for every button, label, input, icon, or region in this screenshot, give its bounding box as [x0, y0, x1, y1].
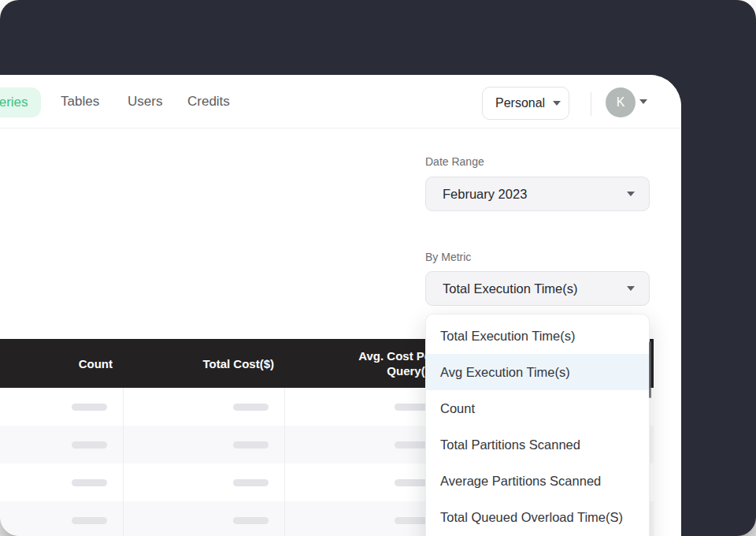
skeleton-bar — [72, 517, 107, 524]
dropdown-scrollbar[interactable] — [649, 341, 651, 398]
chevron-down-icon — [627, 192, 635, 196]
menu-item-average-partitions-scanned[interactable]: Average Partitions Scanned — [426, 463, 649, 499]
by-metric-label: By Metric — [425, 251, 471, 263]
by-metric-select[interactable]: Total Execution Time(s) — [425, 271, 650, 306]
chevron-down-icon — [627, 286, 635, 291]
date-range-select[interactable]: February 2023 — [425, 177, 650, 211]
chevron-down-icon — [553, 101, 561, 106]
tab-tables[interactable]: Tables — [61, 75, 99, 128]
cell-total-cost — [124, 426, 285, 463]
menu-item-total-execution-time[interactable]: Total Execution Time(s) — [426, 318, 649, 354]
top-nav: Queries Tables Users Credits Personal K — [0, 75, 681, 128]
skeleton-bar — [72, 441, 107, 449]
metric-dropdown-menu: Total Execution Time(s) Avg Execution Ti… — [425, 314, 650, 536]
menu-item-avg-execution-time[interactable]: Avg Execution Time(s) — [426, 354, 649, 390]
skeleton-bar — [233, 517, 269, 524]
cell-avg-cost — [285, 463, 447, 501]
cell-total-cost — [124, 501, 285, 536]
menu-item-count[interactable]: Count — [426, 390, 649, 426]
cell-total-cost — [124, 388, 285, 426]
date-range-label: Date Range — [425, 155, 484, 168]
cell-avg-cost — [285, 388, 447, 426]
cell-total-cost — [124, 463, 285, 501]
cell-count — [0, 426, 124, 463]
table-header-avg-cost-per-query: Avg. Cost Per Query($) — [285, 339, 447, 388]
date-range-value: February 2023 — [443, 187, 527, 202]
skeleton-bar — [72, 404, 107, 411]
skeleton-bar — [233, 404, 269, 411]
tab-queries[interactable]: Queries — [0, 87, 41, 117]
workspace-selector[interactable]: Personal — [482, 87, 569, 120]
by-metric-value: Total Execution Time(s) — [443, 281, 577, 296]
workspace-selector-label: Personal — [495, 96, 545, 110]
table-header-count: Count — [0, 339, 124, 388]
table-header-total-cost: Total Cost($) — [124, 339, 285, 388]
cell-avg-cost — [285, 426, 447, 463]
cell-count — [0, 463, 124, 501]
avatar-chevron-down-icon[interactable] — [639, 99, 647, 104]
cell-avg-cost — [285, 501, 447, 536]
menu-item-total-partitions-scanned[interactable]: Total Partitions Scanned — [426, 426, 649, 463]
cell-count — [0, 501, 124, 536]
skeleton-bar — [233, 441, 269, 449]
avatar[interactable]: K — [606, 87, 636, 117]
skeleton-bar — [233, 479, 269, 486]
tab-users[interactable]: Users — [128, 75, 162, 128]
app-frame: Queries Tables Users Credits Personal K … — [0, 0, 756, 536]
nav-divider — [591, 92, 591, 116]
menu-item-total-queued-overload-time[interactable]: Total Queued Overload Time(S) — [426, 499, 649, 535]
skeleton-bar — [72, 479, 107, 486]
cell-count — [0, 388, 124, 426]
tab-credits[interactable]: Credits — [187, 75, 230, 128]
